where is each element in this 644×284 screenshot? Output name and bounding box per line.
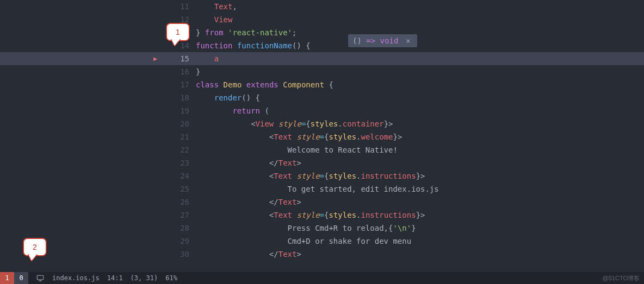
annotation-label: 2: [33, 243, 37, 251]
code-line[interactable]: 20 <View style={styles.container}>: [0, 117, 644, 130]
line-number: 23: [0, 156, 196, 169]
line-number: 19: [0, 104, 196, 117]
code-line[interactable]: 17class Demo extends Component {: [0, 78, 644, 91]
status-warning-count[interactable]: 0: [14, 272, 28, 284]
line-number: 14: [0, 39, 196, 52]
line-number: 20: [0, 117, 196, 130]
code-editor[interactable]: 11 Text,12 View13} from 'react-native';1…: [0, 0, 644, 272]
line-number: 28: [0, 222, 196, 235]
line-number: 21: [0, 130, 196, 143]
line-number: 25: [0, 182, 196, 195]
signature-hint-text: () => void: [352, 36, 398, 45]
line-number: 17: [0, 78, 196, 91]
code-content[interactable]: function functionName() {: [196, 39, 644, 52]
code-line[interactable]: 21 <Text style={styles.welcome}>: [0, 130, 644, 143]
code-line[interactable]: 14function functionName() {: [0, 39, 644, 52]
svg-rect-0: [37, 275, 43, 280]
code-line[interactable]: 22 Welcome to React Native!: [0, 143, 644, 156]
line-number: 27: [0, 209, 196, 222]
code-content[interactable]: return (: [196, 104, 644, 117]
code-line[interactable]: 13} from 'react-native';: [0, 26, 644, 39]
code-content[interactable]: class Demo extends Component {: [196, 78, 644, 91]
close-icon[interactable]: ×: [404, 36, 412, 45]
annotation-label: 1: [176, 28, 180, 36]
line-number: 24: [0, 169, 196, 182]
line-number: 15▶: [0, 52, 196, 65]
annotation-callout-1: 1: [166, 23, 190, 41]
status-filename[interactable]: index.ios.js: [52, 274, 100, 282]
code-content[interactable]: Text,: [196, 0, 644, 13]
code-line[interactable]: 16}: [0, 65, 644, 78]
line-number: 16: [0, 65, 196, 78]
code-line[interactable]: 19 return (: [0, 104, 644, 117]
code-content[interactable]: render() {: [196, 91, 644, 104]
code-line[interactable]: 18 render() {: [0, 91, 644, 104]
code-line[interactable]: 23 </Text>: [0, 156, 644, 169]
code-line[interactable]: 29 Cmd+D or shake for dev menu: [0, 235, 644, 248]
status-cursor-position[interactable]: 14:1: [107, 274, 123, 282]
code-content[interactable]: <Text style={styles.instructions}>: [196, 169, 644, 182]
line-number: 22: [0, 143, 196, 156]
monitor-icon[interactable]: [36, 274, 45, 282]
code-line[interactable]: 15▶ a: [0, 52, 644, 65]
code-content[interactable]: <View style={styles.container}>: [196, 117, 644, 130]
code-line[interactable]: 24 <Text style={styles.instructions}>: [0, 169, 644, 182]
code-content[interactable]: View: [196, 13, 644, 26]
code-content[interactable]: a: [196, 52, 644, 65]
code-content[interactable]: </Text>: [196, 156, 644, 169]
status-diagnostics[interactable]: 1 0: [0, 272, 28, 284]
signature-hint-popup: () => void ×: [348, 34, 417, 47]
code-line[interactable]: 26 </Text>: [0, 195, 644, 209]
code-line[interactable]: 25 To get started, edit index.ios.js: [0, 182, 644, 195]
line-number: 11: [0, 0, 196, 13]
code-content[interactable]: </Text>: [196, 195, 644, 209]
code-line[interactable]: 11 Text,: [0, 0, 644, 13]
error-marker-icon: ▶: [153, 52, 157, 65]
code-content[interactable]: } from 'react-native';: [196, 26, 644, 39]
status-bar: 1 0 index.ios.js 14:1 (3, 31) 61%: [0, 272, 644, 284]
watermark: @51CTO博客: [603, 274, 640, 282]
code-content[interactable]: Cmd+D or shake for dev menu: [196, 235, 644, 248]
code-content[interactable]: To get started, edit index.ios.js: [196, 182, 644, 195]
code-area[interactable]: 11 Text,12 View13} from 'react-native';1…: [0, 0, 644, 272]
code-content[interactable]: <Text style={styles.instructions}>: [196, 209, 644, 222]
line-number: 18: [0, 91, 196, 104]
code-content[interactable]: </Text>: [196, 248, 644, 261]
line-number: 26: [0, 195, 196, 209]
code-content[interactable]: Press Cmd+R to reload,{'\n'}: [196, 222, 644, 235]
status-selection[interactable]: (3, 31): [131, 274, 158, 282]
code-line[interactable]: 12 View: [0, 13, 644, 26]
code-content[interactable]: <Text style={styles.welcome}>: [196, 130, 644, 143]
code-line[interactable]: 27 <Text style={styles.instructions}>: [0, 209, 644, 222]
code-content[interactable]: Welcome to React Native!: [196, 143, 644, 156]
status-zoom[interactable]: 61%: [165, 274, 177, 282]
code-line[interactable]: 30 </Text>: [0, 248, 644, 261]
status-error-count[interactable]: 1: [0, 272, 14, 284]
code-line[interactable]: 28 Press Cmd+R to reload,{'\n'}: [0, 222, 644, 235]
annotation-callout-2: 2: [23, 238, 47, 256]
code-content[interactable]: }: [196, 65, 644, 78]
